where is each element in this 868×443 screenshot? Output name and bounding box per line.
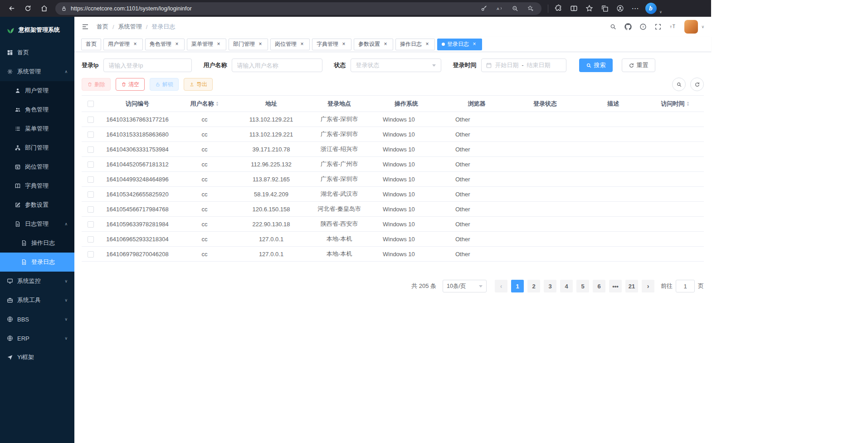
- sort-icon[interactable]: ▲▼: [216, 101, 219, 107]
- sidebar-item-params[interactable]: 参数设置: [0, 195, 74, 214]
- sidebar-item-departments[interactable]: 部门管理: [0, 138, 74, 157]
- avatar[interactable]: [684, 20, 698, 34]
- delete-button[interactable]: 删除: [82, 78, 111, 91]
- sidebar-item-roles[interactable]: 角色管理: [0, 100, 74, 119]
- collections-button[interactable]: [597, 2, 612, 15]
- tab[interactable]: 字典管理 ×: [312, 39, 351, 50]
- page-button[interactable]: 3: [544, 280, 556, 292]
- page-button[interactable]: 6: [593, 280, 605, 292]
- sidebar-item-posts[interactable]: 岗位管理: [0, 157, 74, 176]
- sidebar-item-bbs[interactable]: BBS ∨: [0, 310, 74, 329]
- row-checkbox[interactable]: [88, 206, 94, 213]
- reset-button[interactable]: 重置: [622, 58, 655, 72]
- column-user-name[interactable]: 用户名称 ▲▼: [175, 100, 234, 108]
- profile-button[interactable]: [613, 2, 627, 15]
- close-icon[interactable]: ×: [299, 41, 305, 48]
- sidebar-item-operation-log[interactable]: 操作日志: [0, 234, 74, 253]
- column-time[interactable]: 访问时间 ▲▼: [647, 100, 704, 108]
- close-icon[interactable]: ×: [424, 41, 430, 48]
- row-checkbox[interactable]: [88, 191, 94, 198]
- password-key-button[interactable]: [478, 3, 490, 14]
- sidebar-item-login-log[interactable]: 登录日志: [0, 253, 74, 272]
- refresh-table-button[interactable]: [690, 78, 704, 91]
- close-icon[interactable]: ×: [132, 41, 138, 48]
- refresh-button[interactable]: [20, 2, 35, 15]
- row-checkbox[interactable]: [88, 131, 94, 138]
- sidebar-item-logs[interactable]: 日志管理 ∧: [0, 214, 74, 234]
- tab[interactable]: 用户管理 ×: [103, 39, 143, 50]
- next-page-button[interactable]: ›: [642, 280, 654, 292]
- row-checkbox[interactable]: [88, 221, 94, 228]
- close-icon[interactable]: ×: [257, 41, 263, 48]
- close-icon[interactable]: ×: [174, 41, 180, 48]
- tab[interactable]: 角色管理 ×: [145, 39, 185, 50]
- row-checkbox[interactable]: [88, 117, 94, 123]
- chevron-down-icon[interactable]: ∨: [659, 10, 662, 15]
- tab[interactable]: 岗位管理 ×: [270, 39, 310, 50]
- app-logo[interactable]: 意框架管理系统: [0, 17, 74, 43]
- page-size-select[interactable]: 10条/页: [443, 280, 487, 292]
- zoom-button[interactable]: [509, 3, 521, 14]
- read-aloud-button[interactable]: A: [493, 3, 505, 14]
- toggle-search-button[interactable]: [672, 78, 686, 91]
- fullscreen-button[interactable]: [654, 23, 662, 30]
- sidebar-item-yi-framework[interactable]: Yi框架: [0, 348, 74, 367]
- prev-page-button[interactable]: ‹: [495, 280, 507, 292]
- row-checkbox[interactable]: [88, 251, 94, 258]
- sidebar-item-tools[interactable]: 系统工具 ∨: [0, 291, 74, 310]
- sidebar-item-system[interactable]: 系统管理 ∧: [0, 62, 74, 81]
- page-button[interactable]: •••: [609, 280, 622, 292]
- page-button[interactable]: 21: [625, 280, 638, 292]
- row-checkbox[interactable]: [88, 236, 94, 243]
- sidebar-item-dicts[interactable]: 字典管理: [0, 176, 74, 195]
- sort-icon[interactable]: ▲▼: [687, 101, 690, 107]
- extensions-button[interactable]: [551, 2, 566, 15]
- chevron-down-icon[interactable]: ∨: [701, 24, 704, 29]
- breadcrumb-system[interactable]: 系统管理: [118, 23, 142, 31]
- sidebar-toggle-button[interactable]: [81, 23, 89, 31]
- close-icon[interactable]: ×: [471, 41, 478, 48]
- sidebar-item-home[interactable]: 首页: [0, 43, 74, 62]
- page-button[interactable]: 4: [560, 280, 573, 292]
- tab[interactable]: 部门管理 ×: [229, 39, 268, 50]
- search-button[interactable]: 搜索: [579, 58, 613, 72]
- row-checkbox[interactable]: [88, 176, 94, 183]
- close-icon[interactable]: ×: [341, 41, 347, 48]
- sidebar-item-users[interactable]: 用户管理: [0, 81, 74, 100]
- font-size-button[interactable]: TT: [669, 23, 677, 30]
- unlock-button[interactable]: 解锁: [150, 78, 179, 91]
- github-button[interactable]: [624, 23, 632, 30]
- favorites-button[interactable]: [582, 2, 596, 15]
- tab[interactable]: 操作日志 ×: [395, 39, 435, 50]
- page-button[interactable]: 5: [576, 280, 589, 292]
- clear-button[interactable]: 清空: [116, 78, 145, 91]
- home-button[interactable]: [36, 2, 52, 15]
- address-bar[interactable]: https://ccnetcore.com:1101/system/log/lo…: [55, 2, 541, 15]
- bing-chat-button[interactable]: b: [644, 2, 658, 15]
- page-button[interactable]: 1: [511, 280, 524, 292]
- add-favorite-button[interactable]: [524, 3, 536, 14]
- row-checkbox[interactable]: [88, 161, 94, 168]
- status-select[interactable]: 登录状态: [351, 58, 441, 72]
- back-button[interactable]: [4, 2, 19, 15]
- tab[interactable]: 首页 ×: [81, 39, 101, 50]
- goto-page-input[interactable]: [676, 280, 695, 292]
- tab[interactable]: 菜单管理 ×: [187, 39, 226, 50]
- page-button[interactable]: 2: [527, 280, 540, 292]
- breadcrumb-home[interactable]: 首页: [97, 23, 108, 31]
- sidebar-item-menus[interactable]: 菜单管理: [0, 119, 74, 138]
- export-button[interactable]: 导出: [184, 78, 213, 91]
- split-screen-button[interactable]: [566, 2, 581, 15]
- sidebar-item-erp[interactable]: ERP ∨: [0, 329, 74, 348]
- sidebar-item-monitor[interactable]: 系统监控 ∨: [0, 272, 74, 291]
- browser-menu-button[interactable]: ⋯: [628, 2, 643, 15]
- date-range-picker[interactable]: 开始日期 - 结束日期: [481, 58, 566, 72]
- header-search-button[interactable]: [610, 23, 617, 30]
- tab[interactable]: 参数设置 ×: [354, 39, 393, 50]
- login-ip-input[interactable]: [103, 58, 192, 72]
- close-icon[interactable]: ×: [382, 41, 389, 48]
- user-name-input[interactable]: [232, 58, 322, 72]
- help-button[interactable]: ?: [639, 23, 647, 30]
- row-checkbox[interactable]: [88, 146, 94, 153]
- tab[interactable]: 登录日志 ×: [437, 39, 482, 50]
